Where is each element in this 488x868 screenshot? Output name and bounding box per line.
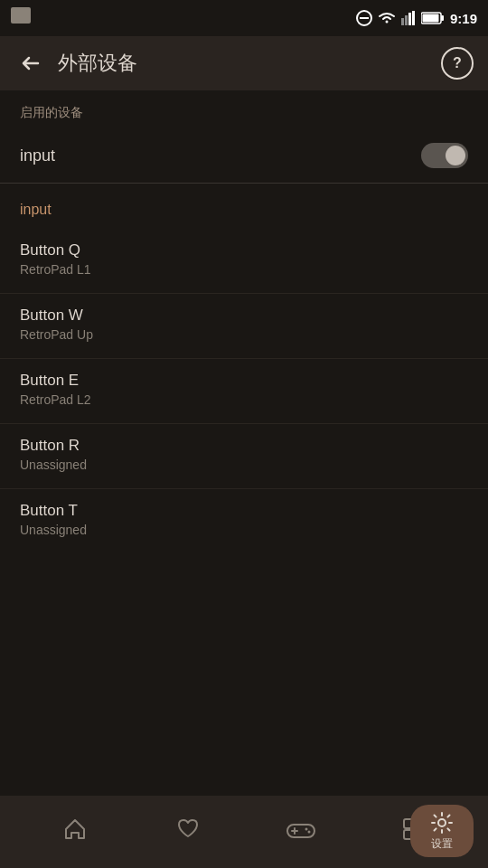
list-item[interactable]: Button T Unassigned [0, 489, 488, 553]
page-title: 外部设备 [58, 50, 430, 77]
nav-games[interactable] [244, 818, 357, 846]
nav-home[interactable] [18, 816, 131, 848]
svg-rect-8 [422, 14, 438, 23]
button-name: Button Q [20, 241, 468, 259]
settings-label: 设置 [431, 836, 453, 852]
button-mapping: RetroPad L2 [20, 392, 468, 407]
list-item[interactable]: Button R Unassigned [0, 424, 488, 488]
gamepad-icon [286, 818, 315, 846]
input-toggle-switch[interactable] [421, 143, 468, 168]
button-mapping: RetroPad Up [20, 327, 468, 342]
status-bar-image-icon [11, 7, 31, 24]
status-bar: 9:19 [0, 0, 488, 36]
button-mapping: Unassigned [20, 458, 468, 472]
status-time: 9:19 [450, 11, 477, 26]
svg-rect-2 [401, 18, 404, 25]
enabled-devices-header: 启用的设备 [0, 90, 488, 128]
app-bar: 外部设备 ? [0, 36, 488, 90]
bottom-navigation: 设置 [0, 796, 488, 868]
help-button[interactable]: ? [441, 47, 474, 80]
button-mappings-list: Button Q RetroPad L1 Button W RetroPad U… [0, 229, 488, 553]
button-name: Button R [20, 437, 468, 455]
list-item[interactable]: Button W RetroPad Up [0, 294, 488, 358]
input-section-label: input [0, 184, 488, 229]
toggle-thumb [446, 146, 465, 165]
help-icon: ? [453, 55, 462, 71]
button-name: Button T [20, 502, 468, 520]
home-icon [62, 816, 88, 848]
svg-point-13 [307, 830, 310, 833]
content-area: 启用的设备 input input Button Q RetroPad L1 B… [0, 90, 488, 796]
wifi-icon [378, 11, 396, 25]
settings-fab[interactable]: 设置 [410, 805, 474, 857]
nav-favorites[interactable] [131, 816, 244, 848]
heart-icon [175, 816, 201, 848]
button-name: Button W [20, 307, 468, 325]
gear-icon [430, 811, 454, 835]
block-icon [356, 10, 372, 26]
list-item[interactable]: Button Q RetroPad L1 [0, 229, 488, 293]
signal-icon [401, 11, 416, 25]
svg-rect-5 [412, 11, 415, 25]
button-name: Button E [20, 372, 468, 390]
svg-rect-4 [408, 13, 411, 25]
button-mapping: RetroPad L1 [20, 262, 468, 277]
input-toggle-label: input [20, 146, 421, 165]
svg-point-12 [305, 827, 307, 830]
svg-rect-3 [405, 15, 408, 25]
back-button[interactable] [14, 47, 47, 80]
list-item[interactable]: Button E RetroPad L2 [0, 359, 488, 423]
svg-rect-7 [441, 15, 444, 21]
svg-point-18 [438, 819, 446, 826]
battery-icon [421, 12, 445, 24]
status-icons: 9:19 [356, 10, 477, 26]
button-mapping: Unassigned [20, 523, 468, 537]
input-toggle-row[interactable]: input [0, 128, 488, 183]
